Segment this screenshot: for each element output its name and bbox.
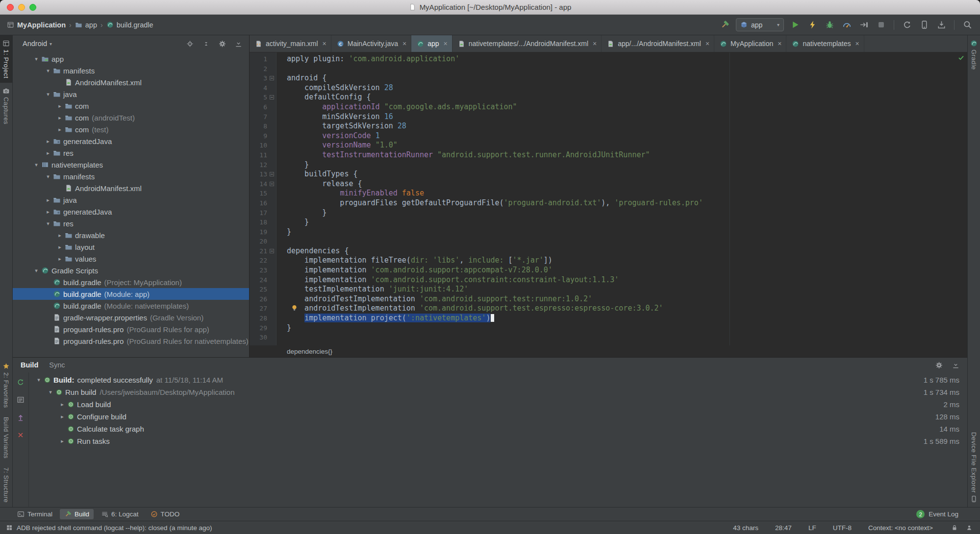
code-line[interactable]: 9 versionCode 1: [250, 131, 967, 141]
tree-item[interactable]: proguard-rules.pro(ProGuard Rules for na…: [13, 335, 249, 347]
project-view-selector[interactable]: Android ▾: [23, 40, 52, 48]
tool-window-switcher-icon[interactable]: [6, 524, 13, 531]
tool-button-build-variants[interactable]: Build Variants: [0, 413, 12, 463]
code-line[interactable]: 24 implementation 'com.android.support.c…: [250, 275, 967, 285]
code-line[interactable]: 4 compileSdkVersion 28: [250, 83, 967, 93]
tree-item[interactable]: AndroidManifest.xml: [13, 76, 249, 88]
close-icon[interactable]: ×: [444, 40, 448, 48]
sync-gradle-button[interactable]: [901, 19, 913, 31]
tree-item[interactable]: ▸com: [13, 100, 249, 112]
editor-breadcrumb-item[interactable]: dependencies{}: [287, 348, 332, 355]
editor-tab[interactable]: app/.../AndroidManifest.xml×: [602, 35, 714, 52]
logcat-button[interactable]: 6: Logcat: [97, 509, 143, 519]
chevron-expanded-icon[interactable]: ▾: [34, 377, 44, 383]
chevron-collapsed-icon[interactable]: ▸: [55, 256, 65, 262]
inspections-ok-icon[interactable]: [957, 54, 965, 63]
editor-tab[interactable]: nativetemplates/.../AndroidManifest.xml×: [452, 35, 602, 52]
chevron-collapsed-icon[interactable]: ▸: [55, 103, 65, 109]
tool-button-favorites[interactable]: 2: Favorites: [0, 358, 12, 413]
code-line[interactable]: 27 androidTestImplementation 'com.androi…: [250, 304, 967, 314]
chevron-expanded-icon[interactable]: ▾: [31, 162, 41, 168]
tree-item[interactable]: ▾java: [13, 88, 249, 100]
tree-item[interactable]: build.gradle(Module: nativetemplates): [13, 300, 249, 312]
event-log-button[interactable]: 2 Event Log: [916, 510, 972, 518]
chevron-expanded-icon[interactable]: ▾: [43, 68, 53, 74]
editor-tab[interactable]: MyApplication×: [714, 35, 786, 52]
profile-button[interactable]: [841, 19, 853, 31]
terminal-button[interactable]: Terminal: [13, 509, 57, 519]
status-item[interactable]: 43 chars: [733, 524, 758, 532]
tree-item[interactable]: ▾nativetemplates: [13, 159, 249, 170]
stop-button[interactable]: [875, 19, 887, 31]
close-icon[interactable]: ×: [402, 40, 406, 48]
code-line[interactable]: 30: [250, 333, 967, 342]
code-line[interactable]: 1apply plugin: 'com.android.application': [250, 54, 967, 64]
chevron-expanded-icon[interactable]: ▾: [43, 220, 53, 227]
breadcrumb-item[interactable]: build.gradle: [106, 21, 153, 29]
code-line[interactable]: 6 applicationId "com.google.ads.myapplic…: [250, 102, 967, 112]
tree-item[interactable]: ▸drawable: [13, 229, 249, 241]
chevron-collapsed-icon[interactable]: ▸: [55, 244, 65, 250]
code-line[interactable]: 16 proguardFiles getDefaultProguardFile(…: [250, 198, 967, 208]
tree-item[interactable]: build.gradle(Project: MyApplication): [13, 276, 249, 288]
tool-button-structure[interactable]: 7: Structure: [0, 463, 12, 507]
make-project-button[interactable]: [719, 19, 730, 31]
tree-item[interactable]: ▸layout: [13, 241, 249, 253]
fold-gutter[interactable]: −: [267, 93, 276, 102]
code-line[interactable]: 5− defaultConfig {: [250, 93, 967, 102]
tree-item[interactable]: ▾manifests: [13, 65, 249, 76]
run-config-dropdown[interactable]: app▾: [736, 18, 784, 31]
tool-button-gradle[interactable]: Gradle: [968, 35, 980, 74]
fold-gutter[interactable]: −: [267, 179, 276, 189]
lock-icon[interactable]: [950, 523, 959, 533]
tool-button-device-file-explorer[interactable]: Device File Explorer: [968, 428, 980, 507]
chevron-expanded-icon[interactable]: ▾: [43, 173, 53, 180]
code-line[interactable]: 25 testImplementation 'junit:junit:4.12': [250, 285, 967, 294]
build-button[interactable]: Build: [60, 509, 94, 519]
avd-manager-button[interactable]: [918, 19, 930, 31]
chevron-collapsed-icon[interactable]: ▸: [43, 138, 53, 145]
code-line[interactable]: 28 implementation project(':nativetempla…: [250, 314, 967, 323]
tool-button-project[interactable]: 1: Project: [0, 35, 12, 83]
close-window-button[interactable]: [7, 4, 14, 11]
build-tree-row[interactable]: ▾Run build/Users/jweisbaum/Desktop/MyApp…: [29, 386, 967, 398]
editor-tab[interactable]: activity_main.xml×: [250, 35, 331, 52]
build-panel-tab-build[interactable]: Build: [21, 361, 38, 369]
code-line[interactable]: 19}: [250, 227, 967, 237]
editor-tab[interactable]: nativetemplates×: [786, 35, 864, 52]
breadcrumb-item[interactable]: app: [75, 21, 97, 29]
code-line[interactable]: 21−dependencies {: [250, 246, 967, 256]
code-line[interactable]: 8 targetSdkVersion 28: [250, 121, 967, 131]
chevron-collapsed-icon[interactable]: ▸: [57, 438, 67, 444]
status-message[interactable]: ADB rejected shell command (logcat --hel…: [17, 524, 212, 532]
status-item[interactable]: LF: [808, 524, 816, 532]
hide-icon[interactable]: [951, 360, 960, 370]
editor-tab[interactable]: app×: [411, 35, 452, 52]
chevron-collapsed-icon[interactable]: ▸: [55, 115, 65, 121]
tree-item[interactable]: ▾res: [13, 218, 249, 229]
chevron-collapsed-icon[interactable]: ▸: [55, 232, 65, 239]
code-line[interactable]: 11 testInstrumentationRunner "android.su…: [250, 150, 967, 160]
intention-bulb-icon[interactable]: [291, 304, 298, 315]
code-line[interactable]: 23 implementation 'com.android.support:a…: [250, 266, 967, 275]
tree-item[interactable]: ▸res: [13, 147, 249, 159]
build-tree-row[interactable]: ▾Build:completed successfullyat 11/5/18,…: [29, 374, 967, 386]
tool-button-captures[interactable]: Captures: [0, 83, 12, 129]
build-tree-row[interactable]: ▸Load build2 ms: [29, 398, 967, 411]
attach-debugger-button[interactable]: [858, 19, 870, 31]
code-line[interactable]: 3−android {: [250, 73, 967, 83]
status-item[interactable]: 28:47: [775, 524, 792, 532]
fold-gutter[interactable]: −: [267, 73, 276, 83]
build-tree-row[interactable]: ▸Configure build128 ms: [29, 411, 967, 423]
hide-icon[interactable]: [233, 39, 243, 49]
chevron-expanded-icon[interactable]: ▾: [46, 389, 55, 395]
export-icon[interactable]: [15, 412, 26, 423]
tree-item[interactable]: build.gradle(Module: app): [13, 288, 249, 300]
tree-item[interactable]: ▸generatedJava: [13, 206, 249, 218]
tree-item[interactable]: ▸com(test): [13, 123, 249, 135]
close-icon[interactable]: ×: [705, 40, 709, 48]
code-line[interactable]: 2: [250, 64, 967, 74]
chevron-collapsed-icon[interactable]: ▸: [57, 401, 67, 408]
status-item[interactable]: Context: <no context>: [868, 524, 933, 532]
editor-breadcrumb[interactable]: dependencies{}: [250, 345, 967, 357]
